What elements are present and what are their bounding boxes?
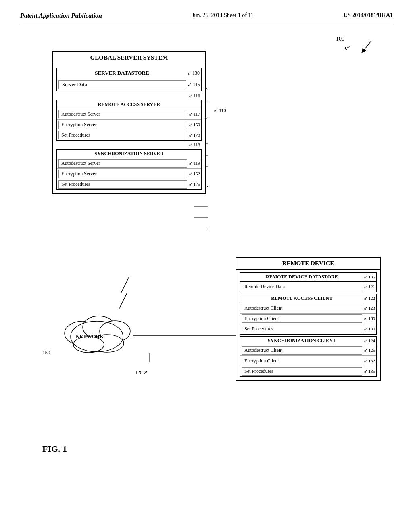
set-procedures-item-1: Set Procedures (58, 131, 187, 139)
autodestruct-client-item-1: Autodestruct Client (242, 304, 362, 312)
ref-115: ↙ 115 (188, 82, 201, 88)
ref-152: ↙ 152 (189, 171, 201, 177)
autodestruct-server-item: Autodestruct Server (58, 110, 187, 118)
date-sheet-label: Jun. 26, 2014 Sheet 1 of 11 (192, 12, 254, 19)
remote-access-client-section: REMOTE ACCESS CLIENT ↙ 122 Autodestruct … (240, 294, 377, 335)
ref-180: ↙ 180 (364, 326, 376, 332)
sync-client-title: SYNCHRONIZATION CLIENT (240, 337, 364, 345)
remote-access-client-title: REMOTE ACCESS CLIENT (240, 294, 364, 303)
svg-point-2 (100, 321, 130, 342)
sync-server-section: SYNCHRONIZATION SERVER Autodestruct Serv… (56, 149, 202, 190)
ref-116-label: ↙ 116 (53, 93, 205, 98)
header: Patent Application Publication Jun. 26, … (20, 12, 393, 23)
remote-device-data-item: Remote Device Data (242, 283, 362, 291)
ref-162: ↙ 162 (364, 358, 376, 364)
ref-110: ↙ 110 (214, 108, 226, 114)
ref-100-arrow: ↙ (343, 42, 352, 53)
ref-121: ↙ 121 (364, 284, 376, 289)
patent-number: US 2014/0181918 A1 (344, 12, 393, 19)
set-procedures-item-3: Set Procedures (242, 325, 362, 333)
network-ref-150: 150 (42, 349, 50, 356)
ref-150: ↙ 150 (189, 122, 201, 127)
server-datastore-title: SERVER DATASTORE (57, 68, 187, 78)
autodestruct-server-item-2: Autodestruct Server (58, 159, 187, 168)
server-datastore-section: SERVER DATASTORE ↙ 130 Server Data ↙ 115 (56, 68, 202, 91)
remote-device-datastore-title: REMOTE DEVICE DATASTORE (240, 273, 364, 281)
page: Patent Application Publication Jun. 26, … (0, 0, 413, 532)
ref-100-label: 100 (336, 36, 344, 42)
remote-device-title: REMOTE DEVICE (236, 258, 380, 270)
server-data-item: Server Data (58, 80, 186, 89)
ref-130: ↙ 130 (187, 70, 201, 76)
ref-124: ↙ 124 (364, 338, 376, 343)
ref-170: ↙ 170 (189, 133, 201, 138)
ref-119: ↙ 119 (189, 161, 201, 166)
ref-120: 120 ↗ (135, 370, 148, 376)
ref-122: ↙ 122 (364, 296, 376, 301)
autodestruct-client-item-2: Autodestruct Client (242, 346, 362, 355)
remote-device-datastore-section: REMOTE DEVICE DATASTORE ↙ 135 Remote Dev… (240, 272, 377, 292)
ref-185: ↙ 185 (364, 369, 376, 374)
remote-access-server-section: REMOTE ACCESS SERVER Autodestruct Server… (56, 100, 202, 141)
publication-label: Patent Application Publication (20, 12, 102, 19)
network-label: NETWORK (76, 333, 104, 340)
ref-175: ↙ 175 (189, 182, 201, 187)
ref-117: ↙ 117 (189, 112, 201, 117)
ref-123: ↙ 123 (364, 305, 376, 311)
sync-server-title: SYNCHRONIZATION SERVER (57, 150, 201, 158)
global-server-title: GLOBAL SERVER SYSTEM (53, 52, 205, 64)
ref-118-label: ↙ 118 (53, 142, 205, 148)
encryption-client-item-2: Encryption Client (242, 357, 362, 365)
encryption-server-item-2: Encryption Server (58, 170, 187, 178)
fig-label: FIG. 1 (42, 444, 67, 454)
remote-device-box: REMOTE DEVICE REMOTE DEVICE DATASTORE ↙ … (236, 257, 381, 381)
ref-125: ↙ 125 (364, 348, 376, 353)
ref-135: ↙ 135 (364, 274, 376, 280)
global-server-box: GLOBAL SERVER SYSTEM SERVER DATASTORE ↙ … (52, 51, 206, 194)
set-procedures-item-4: Set Procedures (242, 367, 362, 376)
ref-160: ↙ 160 (364, 316, 376, 321)
set-procedures-item-2: Set Procedures (58, 180, 187, 189)
diagram-area: 100 ↙ GLOBAL SERVER SYSTEM SERVER DATAST… (20, 27, 393, 503)
encryption-client-item-1: Encryption Client (242, 314, 362, 323)
encryption-server-item-1: Encryption Server (58, 121, 187, 129)
remote-access-server-title: REMOTE ACCESS SERVER (57, 100, 201, 109)
sync-client-section: SYNCHRONIZATION CLIENT ↙ 124 Autodestruc… (240, 336, 377, 377)
